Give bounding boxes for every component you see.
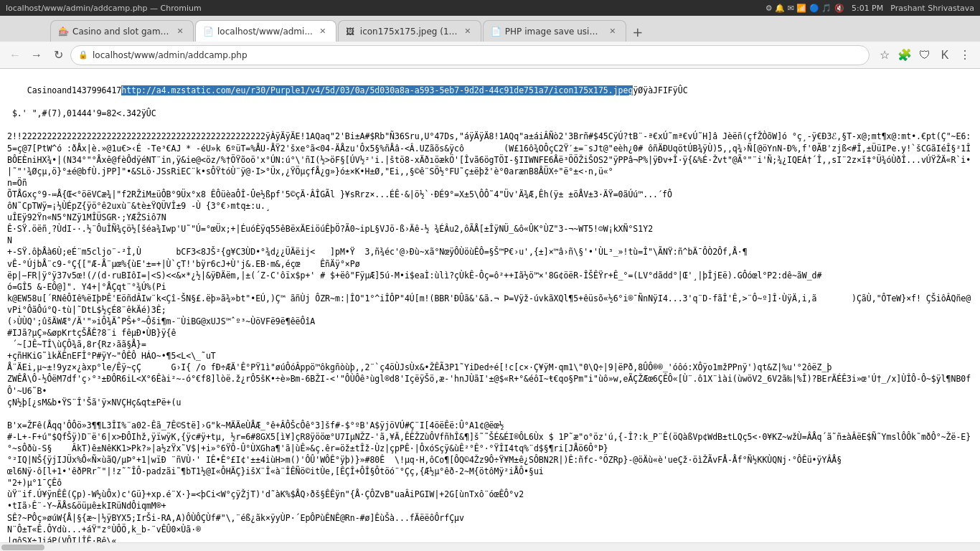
nav-actions: ☆ 🧩 🛡 K ⋮ (875, 46, 974, 65)
chrome-window: 🎰 Casino and slot games ✕ 📄 localhost/ww… (0, 16, 980, 551)
os-top-bar-right: ⚙ 🔔 ✉ 📶 🔵 🎵 🔇 5:01 PM Prashant Shrivasta… (765, 4, 974, 13)
scrollbar-thumb[interactable] (1, 545, 44, 550)
kaspersky-button[interactable]: K (936, 46, 954, 65)
page-content: Casinoand1437996417http://a4.mzstatic.co… (0, 69, 980, 542)
tab-php[interactable]: 📄 PHP image save using... ✕ (483, 20, 626, 42)
tab-favicon-icon: 🖼 (346, 27, 356, 37)
content-before-url: Casinoand1437996417 (27, 85, 122, 95)
address-bar[interactable]: 🔒 localhost/www/admin/addcamp.php (70, 45, 870, 65)
tab-favicon-php: 📄 (491, 27, 501, 37)
tab-close-localhost[interactable]: ✕ (317, 26, 329, 37)
tab-close-casino[interactable]: ✕ (174, 26, 186, 37)
tab-close-php[interactable]: ✕ (607, 26, 618, 37)
tab-label-icon: icon175x175.jpeg (17... (360, 27, 458, 37)
tab-casino[interactable]: 🎰 Casino and slot games ✕ (50, 20, 194, 42)
clock: 5:01 PM (852, 4, 883, 13)
tab-favicon-localhost: 📄 (203, 27, 213, 37)
back-button[interactable]: ← (6, 46, 24, 65)
tab-favicon-casino: 🎰 (58, 27, 68, 37)
tab-localhost[interactable]: 📄 localhost/www/admi... ✕ (195, 20, 336, 42)
highlighted-url: http://a4.mzstatic.com/eu/r30/Purple1/v4… (121, 85, 633, 95)
address-text: localhost/www/admin/addcamp.php (93, 50, 862, 60)
system-icons: ⚙ 🔔 ✉ 📶 🔵 🎵 🔇 (765, 4, 844, 13)
window-title: localhost/www/admin/addcamp.php — Chromi… (6, 4, 202, 13)
new-tab-button[interactable]: + (628, 22, 648, 42)
tab-label-php: PHP image save using... (505, 27, 603, 37)
content-after: ÿØÿàJFIFÿÛC $.' ",#(7),01444'9=82<.342ÿÛ… (7, 85, 976, 542)
nav-bar: ← → ↻ 🔒 localhost/www/admin/addcamp.php … (0, 42, 980, 69)
lock-icon: 🔒 (78, 50, 88, 60)
tab-close-icon[interactable]: ✕ (462, 26, 473, 37)
tab-bar: 🎰 Casino and slot games ✕ 📄 localhost/ww… (0, 16, 980, 42)
tab-icon[interactable]: 🖼 icon175x175.jpeg (17... ✕ (338, 20, 481, 42)
forward-button[interactable]: → (27, 46, 46, 65)
os-top-bar: localhost/www/admin/addcamp.php — Chromi… (0, 0, 980, 16)
tab-label-localhost: localhost/www/admi... (217, 27, 313, 37)
extensions-button[interactable]: 🧩 (895, 46, 914, 65)
bookmark-button[interactable]: ☆ (875, 46, 894, 65)
adblock-button[interactable]: 🛡 (915, 46, 934, 65)
os-top-bar-left: localhost/www/admin/addcamp.php — Chromi… (6, 4, 202, 13)
horizontal-scrollbar[interactable] (0, 542, 980, 551)
reload-button[interactable]: ↻ (49, 46, 67, 65)
username: Prashant Shrivastava (890, 4, 974, 13)
more-button[interactable]: ⋮ (956, 46, 974, 65)
tab-label-casino: Casino and slot games (72, 27, 170, 37)
